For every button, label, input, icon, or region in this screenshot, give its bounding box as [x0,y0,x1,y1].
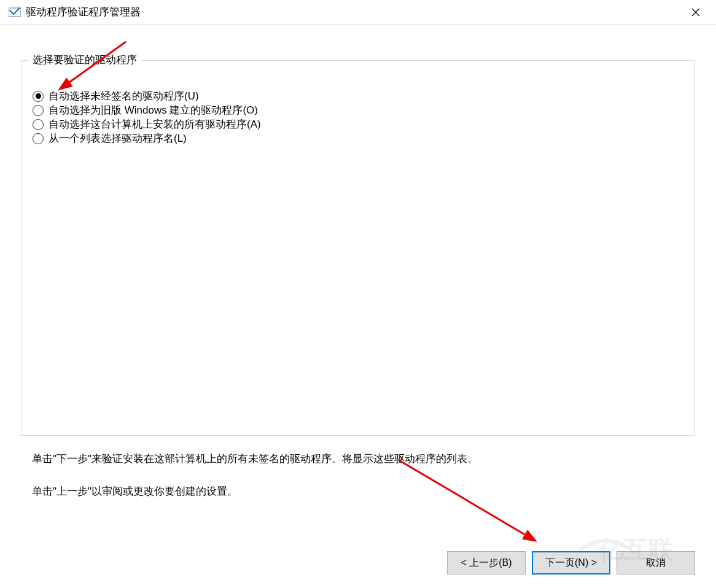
radio-icon [33,91,44,102]
hint-line-1: 单击"下一步"来验证安装在这部计算机上的所有未签名的驱动程序。将显示这些驱动程序… [32,451,695,467]
next-button[interactable]: 下一页(N) > [532,551,610,574]
app-icon [9,7,21,18]
close-button[interactable] [682,2,710,22]
titlebar: 驱动程序验证程序管理器 [0,0,716,25]
wizard-button-row: < 上一步(B) 下一页(N) > 取消 [447,551,695,574]
driver-select-fieldset: 选择要验证的驱动程序 自动选择未经签名的驱动程序(U) 自动选择为旧版 Wind… [21,60,695,436]
radio-icon [33,105,44,116]
radio-option-all-drivers[interactable]: 自动选择这台计算机上安装的所有驱动程序(A) [33,117,683,131]
close-icon [691,8,700,17]
hint-text: 单击"下一步"来验证安装在这部计算机上的所有未签名的驱动程序。将显示这些驱动程序… [21,451,695,500]
fieldset-legend: 选择要验证的驱动程序 [29,53,141,67]
radio-label: 自动选择为旧版 Windows 建立的驱动程序(O) [49,103,258,117]
radio-icon [33,133,44,144]
hint-line-2: 单击"上一步"以审阅或更改你要创建的设置。 [32,483,695,500]
radio-option-old-windows[interactable]: 自动选择为旧版 Windows 建立的驱动程序(O) [33,103,683,117]
radio-label: 从一个列表选择驱动程序名(L) [49,131,187,145]
radio-label: 自动选择未经签名的驱动程序(U) [49,89,199,103]
radio-option-from-list[interactable]: 从一个列表选择驱动程序名(L) [33,131,683,145]
back-button[interactable]: < 上一步(B) [447,551,526,574]
radio-icon [33,119,44,130]
window-title: 驱动程序验证程序管理器 [26,5,141,19]
content-area: 选择要验证的驱动程序 自动选择未经签名的驱动程序(U) 自动选择为旧版 Wind… [0,25,716,500]
radio-label: 自动选择这台计算机上安装的所有驱动程序(A) [49,117,261,131]
cancel-button[interactable]: 取消 [617,551,695,574]
radio-option-unsigned[interactable]: 自动选择未经签名的驱动程序(U) [33,89,683,103]
